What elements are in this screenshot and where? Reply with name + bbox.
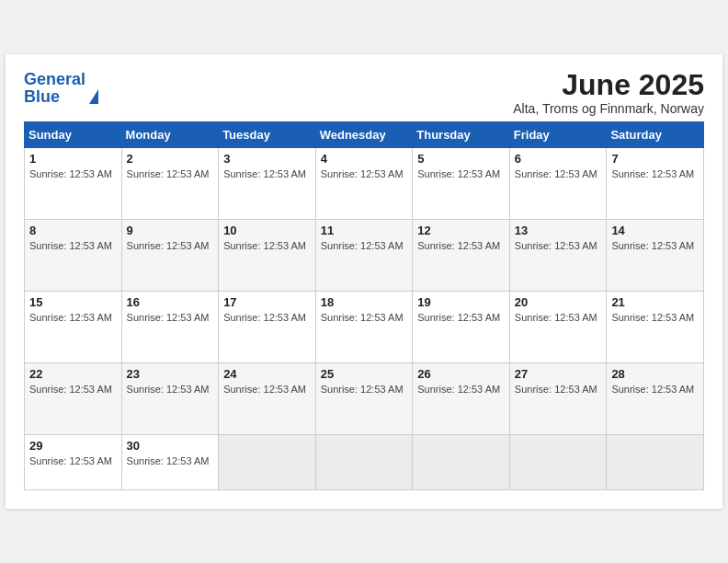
calendar-day-cell: 16Sunrise: 12:53 AM [121,292,219,363]
day-number: 29 [29,439,117,453]
calendar-day-cell: 29Sunrise: 12:53 AM [25,435,122,490]
day-number: 14 [611,224,699,237]
calendar-day-cell [509,435,607,490]
sunrise-text: Sunrise: 12:53 AM [223,312,311,323]
calendar-day-cell: 12Sunrise: 12:53 AM [413,220,510,292]
sunrise-text: Sunrise: 12:53 AM [515,240,602,251]
sunrise-text: Sunrise: 12:53 AM [321,168,408,179]
calendar-day-cell: 2Sunrise: 12:53 AM [121,148,219,220]
calendar-week-row: 22Sunrise: 12:53 AM23Sunrise: 12:53 AM24… [25,363,704,435]
calendar-day-cell: 26Sunrise: 12:53 AM [413,363,510,435]
calendar-header-cell: Sunday [25,122,122,148]
calendar-week-row: 15Sunrise: 12:53 AM16Sunrise: 12:53 AM17… [25,292,704,363]
calendar-day-cell: 10Sunrise: 12:53 AM [219,220,316,292]
calendar-table: SundayMondayTuesdayWednesdayThursdayFrid… [24,121,704,490]
sunrise-text: Sunrise: 12:53 AM [223,384,311,395]
day-number: 17 [223,295,311,309]
calendar-day-cell: 14Sunrise: 12:53 AM [607,220,704,292]
sunrise-text: Sunrise: 12:53 AM [611,168,699,179]
calendar-header-cell: Friday [509,122,607,148]
calendar-day-cell: 4Sunrise: 12:53 AM [315,148,413,220]
sunrise-text: Sunrise: 12:53 AM [515,312,602,323]
calendar-day-cell: 28Sunrise: 12:53 AM [607,363,704,435]
sunrise-text: Sunrise: 12:53 AM [417,312,505,323]
day-number: 18 [321,295,408,309]
calendar-day-cell: 11Sunrise: 12:53 AM [315,220,413,292]
logo: General Blue [24,71,98,106]
sunrise-text: Sunrise: 12:53 AM [611,240,699,251]
calendar-day-cell: 15Sunrise: 12:53 AM [25,292,122,363]
sunrise-text: Sunrise: 12:53 AM [29,240,117,251]
calendar-day-cell: 20Sunrise: 12:53 AM [509,292,607,363]
calendar-day-cell: 22Sunrise: 12:53 AM [25,363,122,435]
day-number: 5 [417,152,505,166]
sunrise-text: Sunrise: 12:53 AM [127,384,214,395]
day-number: 11 [321,224,408,237]
sunrise-text: Sunrise: 12:53 AM [127,240,214,251]
calendar-day-cell: 7Sunrise: 12:53 AM [607,148,704,220]
day-number: 20 [515,295,602,309]
day-number: 3 [223,152,311,166]
day-number: 13 [515,224,602,237]
sunrise-text: Sunrise: 12:53 AM [223,168,311,179]
sunrise-text: Sunrise: 12:53 AM [515,168,602,179]
calendar-header-row: SundayMondayTuesdayWednesdayThursdayFrid… [25,122,704,148]
header: General Blue June 2025 Alta, Troms og Fi… [24,69,704,116]
day-number: 23 [127,367,214,381]
day-number: 21 [611,295,699,309]
calendar-header-cell: Monday [121,122,219,148]
sunrise-text: Sunrise: 12:53 AM [29,384,117,395]
calendar-day-cell [219,435,316,490]
sunrise-text: Sunrise: 12:53 AM [223,240,311,251]
sunrise-text: Sunrise: 12:53 AM [417,240,505,251]
month-title: June 2025 [513,69,704,101]
calendar-page: General Blue June 2025 Alta, Troms og Fi… [6,54,722,509]
calendar-day-cell: 23Sunrise: 12:53 AM [121,363,219,435]
calendar-week-row: 29Sunrise: 12:53 AM30Sunrise: 12:53 AM [25,435,704,490]
calendar-header-cell: Wednesday [315,122,413,148]
calendar-day-cell: 25Sunrise: 12:53 AM [315,363,413,435]
logo-text-general: General [24,70,85,88]
calendar-day-cell: 6Sunrise: 12:53 AM [509,148,607,220]
sunrise-text: Sunrise: 12:53 AM [611,312,699,323]
day-number: 24 [223,367,311,381]
sunrise-text: Sunrise: 12:53 AM [417,384,505,395]
day-number: 8 [29,224,117,237]
day-number: 26 [417,367,505,381]
calendar-day-cell: 5Sunrise: 12:53 AM [413,148,510,220]
day-number: 19 [417,295,505,309]
day-number: 2 [127,152,214,166]
calendar-day-cell: 17Sunrise: 12:53 AM [219,292,316,363]
day-number: 22 [29,367,117,381]
day-number: 10 [223,224,311,237]
calendar-header-cell: Saturday [607,122,704,148]
calendar-day-cell: 19Sunrise: 12:53 AM [413,292,510,363]
calendar-day-cell [315,435,413,490]
sunrise-text: Sunrise: 12:53 AM [611,384,699,395]
calendar-day-cell: 13Sunrise: 12:53 AM [509,220,607,292]
calendar-week-row: 8Sunrise: 12:53 AM9Sunrise: 12:53 AM10Su… [25,220,704,292]
day-number: 16 [127,295,214,309]
calendar-header-cell: Thursday [413,122,510,148]
sunrise-text: Sunrise: 12:53 AM [417,168,505,179]
title-block: June 2025 Alta, Troms og Finnmark, Norwa… [513,69,704,116]
day-number: 9 [127,224,214,237]
calendar-day-cell: 21Sunrise: 12:53 AM [607,292,704,363]
calendar-day-cell: 3Sunrise: 12:53 AM [219,148,316,220]
calendar-header-cell: Tuesday [219,122,316,148]
sunrise-text: Sunrise: 12:53 AM [515,384,602,395]
calendar-week-row: 1Sunrise: 12:53 AM2Sunrise: 12:53 AM3Sun… [25,148,704,220]
logo-icon [89,89,98,104]
day-number: 28 [611,367,699,381]
calendar-day-cell: 18Sunrise: 12:53 AM [315,292,413,363]
calendar-day-cell: 24Sunrise: 12:53 AM [219,363,316,435]
day-number: 7 [611,152,699,166]
location-title: Alta, Troms og Finnmark, Norway [513,101,704,116]
day-number: 4 [321,152,408,166]
sunrise-text: Sunrise: 12:53 AM [127,455,214,466]
sunrise-text: Sunrise: 12:53 AM [321,312,408,323]
sunrise-text: Sunrise: 12:53 AM [29,455,117,466]
sunrise-text: Sunrise: 12:53 AM [127,168,214,179]
calendar-day-cell: 8Sunrise: 12:53 AM [25,220,122,292]
day-number: 12 [417,224,505,237]
